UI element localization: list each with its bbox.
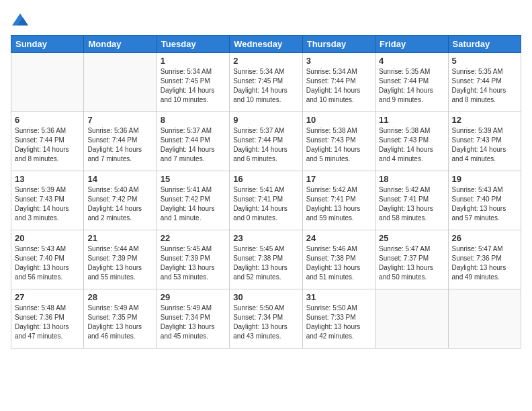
day-info: Sunrise: 5:46 AM Sunset: 7:38 PM Dayligh…: [306, 244, 371, 282]
day-number: 4: [379, 56, 444, 66]
day-number: 24: [306, 233, 371, 243]
day-number: 13: [15, 174, 80, 184]
day-number: 7: [87, 115, 152, 125]
day-number: 17: [306, 174, 371, 184]
week-row-1: 1Sunrise: 5:34 AM Sunset: 7:45 PM Daylig…: [11, 53, 521, 112]
day-number: 5: [452, 56, 517, 66]
day-cell: 28Sunrise: 5:49 AM Sunset: 7:35 PM Dayli…: [84, 289, 157, 349]
day-number: 28: [87, 292, 152, 302]
day-number: 2: [233, 56, 298, 66]
day-header-tuesday: Tuesday: [157, 36, 229, 53]
day-cell: 30Sunrise: 5:50 AM Sunset: 7:34 PM Dayli…: [230, 289, 302, 349]
day-info: Sunrise: 5:35 AM Sunset: 7:44 PM Dayligh…: [379, 67, 444, 105]
day-info: Sunrise: 5:38 AM Sunset: 7:43 PM Dayligh…: [379, 126, 444, 164]
day-number: 18: [379, 174, 444, 184]
day-number: 1: [161, 56, 226, 66]
day-header-thursday: Thursday: [302, 36, 375, 53]
day-info: Sunrise: 5:37 AM Sunset: 7:44 PM Dayligh…: [233, 126, 298, 164]
day-cell: [84, 53, 157, 112]
day-cell: 18Sunrise: 5:42 AM Sunset: 7:41 PM Dayli…: [375, 171, 448, 230]
day-number: 25: [379, 233, 444, 243]
day-cell: 9Sunrise: 5:37 AM Sunset: 7:44 PM Daylig…: [230, 112, 302, 171]
calendar-table: SundayMondayTuesdayWednesdayThursdayFrid…: [11, 35, 521, 349]
day-cell: [448, 289, 521, 349]
day-info: Sunrise: 5:50 AM Sunset: 7:34 PM Dayligh…: [233, 304, 298, 341]
day-info: Sunrise: 5:49 AM Sunset: 7:34 PM Dayligh…: [161, 304, 226, 341]
day-cell: 1Sunrise: 5:34 AM Sunset: 7:45 PM Daylig…: [157, 53, 229, 112]
day-cell: 23Sunrise: 5:45 AM Sunset: 7:38 PM Dayli…: [230, 230, 302, 289]
day-cell: 6Sunrise: 5:36 AM Sunset: 7:44 PM Daylig…: [11, 112, 84, 171]
week-row-4: 20Sunrise: 5:43 AM Sunset: 7:40 PM Dayli…: [11, 230, 521, 289]
page-header: [11, 11, 521, 30]
day-cell: 27Sunrise: 5:48 AM Sunset: 7:36 PM Dayli…: [11, 289, 84, 349]
day-cell: 12Sunrise: 5:39 AM Sunset: 7:43 PM Dayli…: [448, 112, 521, 171]
day-info: Sunrise: 5:34 AM Sunset: 7:44 PM Dayligh…: [306, 67, 371, 105]
day-cell: [11, 53, 84, 112]
day-header-monday: Monday: [84, 36, 157, 53]
day-cell: 20Sunrise: 5:43 AM Sunset: 7:40 PM Dayli…: [11, 230, 84, 289]
day-cell: 26Sunrise: 5:47 AM Sunset: 7:36 PM Dayli…: [448, 230, 521, 289]
day-info: Sunrise: 5:49 AM Sunset: 7:35 PM Dayligh…: [87, 304, 152, 341]
day-cell: 7Sunrise: 5:36 AM Sunset: 7:44 PM Daylig…: [84, 112, 157, 171]
day-number: 31: [306, 292, 371, 302]
day-number: 8: [161, 115, 226, 125]
day-info: Sunrise: 5:40 AM Sunset: 7:42 PM Dayligh…: [87, 185, 152, 223]
day-info: Sunrise: 5:42 AM Sunset: 7:41 PM Dayligh…: [306, 185, 371, 223]
week-row-3: 13Sunrise: 5:39 AM Sunset: 7:43 PM Dayli…: [11, 171, 521, 230]
day-number: 27: [15, 292, 80, 302]
day-number: 26: [452, 233, 517, 243]
day-cell: 11Sunrise: 5:38 AM Sunset: 7:43 PM Dayli…: [375, 112, 448, 171]
day-number: 12: [452, 115, 517, 125]
day-number: 11: [379, 115, 444, 125]
day-number: 22: [161, 233, 226, 243]
day-cell: 13Sunrise: 5:39 AM Sunset: 7:43 PM Dayli…: [11, 171, 84, 230]
day-number: 16: [233, 174, 298, 184]
day-cell: 17Sunrise: 5:42 AM Sunset: 7:41 PM Dayli…: [302, 171, 375, 230]
day-cell: 16Sunrise: 5:41 AM Sunset: 7:41 PM Dayli…: [230, 171, 302, 230]
logo: [11, 11, 32, 30]
logo-icon: [11, 11, 30, 30]
day-number: 21: [87, 233, 152, 243]
day-cell: 4Sunrise: 5:35 AM Sunset: 7:44 PM Daylig…: [375, 53, 448, 112]
day-number: 15: [161, 174, 226, 184]
day-number: 14: [87, 174, 152, 184]
day-header-saturday: Saturday: [448, 36, 521, 53]
day-info: Sunrise: 5:47 AM Sunset: 7:37 PM Dayligh…: [379, 244, 444, 282]
day-cell: 24Sunrise: 5:46 AM Sunset: 7:38 PM Dayli…: [302, 230, 375, 289]
day-cell: 2Sunrise: 5:34 AM Sunset: 7:45 PM Daylig…: [230, 53, 302, 112]
day-cell: 21Sunrise: 5:44 AM Sunset: 7:39 PM Dayli…: [84, 230, 157, 289]
day-number: 30: [233, 292, 298, 302]
day-cell: 29Sunrise: 5:49 AM Sunset: 7:34 PM Dayli…: [157, 289, 229, 349]
day-cell: 22Sunrise: 5:45 AM Sunset: 7:39 PM Dayli…: [157, 230, 229, 289]
day-number: 20: [15, 233, 80, 243]
day-info: Sunrise: 5:47 AM Sunset: 7:36 PM Dayligh…: [452, 244, 517, 282]
day-info: Sunrise: 5:50 AM Sunset: 7:33 PM Dayligh…: [306, 304, 371, 341]
day-header-friday: Friday: [375, 36, 448, 53]
day-header-sunday: Sunday: [11, 36, 84, 53]
day-cell: 25Sunrise: 5:47 AM Sunset: 7:37 PM Dayli…: [375, 230, 448, 289]
day-info: Sunrise: 5:34 AM Sunset: 7:45 PM Dayligh…: [233, 67, 298, 105]
day-info: Sunrise: 5:43 AM Sunset: 7:40 PM Dayligh…: [15, 244, 80, 282]
day-info: Sunrise: 5:37 AM Sunset: 7:44 PM Dayligh…: [161, 126, 226, 164]
day-cell: 19Sunrise: 5:43 AM Sunset: 7:40 PM Dayli…: [448, 171, 521, 230]
day-info: Sunrise: 5:48 AM Sunset: 7:36 PM Dayligh…: [15, 304, 80, 341]
day-number: 6: [15, 115, 80, 125]
day-number: 3: [306, 56, 371, 66]
day-info: Sunrise: 5:45 AM Sunset: 7:39 PM Dayligh…: [161, 244, 226, 282]
calendar-header-row: SundayMondayTuesdayWednesdayThursdayFrid…: [11, 36, 521, 53]
day-number: 29: [161, 292, 226, 302]
day-number: 9: [233, 115, 298, 125]
week-row-2: 6Sunrise: 5:36 AM Sunset: 7:44 PM Daylig…: [11, 112, 521, 171]
day-info: Sunrise: 5:41 AM Sunset: 7:42 PM Dayligh…: [161, 185, 226, 223]
day-info: Sunrise: 5:39 AM Sunset: 7:43 PM Dayligh…: [15, 185, 80, 223]
day-cell: 14Sunrise: 5:40 AM Sunset: 7:42 PM Dayli…: [84, 171, 157, 230]
day-info: Sunrise: 5:35 AM Sunset: 7:44 PM Dayligh…: [452, 67, 517, 105]
day-cell: 31Sunrise: 5:50 AM Sunset: 7:33 PM Dayli…: [302, 289, 375, 349]
day-info: Sunrise: 5:43 AM Sunset: 7:40 PM Dayligh…: [452, 185, 517, 223]
day-cell: 5Sunrise: 5:35 AM Sunset: 7:44 PM Daylig…: [448, 53, 521, 112]
day-info: Sunrise: 5:38 AM Sunset: 7:43 PM Dayligh…: [306, 126, 371, 164]
day-info: Sunrise: 5:36 AM Sunset: 7:44 PM Dayligh…: [15, 126, 80, 164]
day-info: Sunrise: 5:36 AM Sunset: 7:44 PM Dayligh…: [87, 126, 152, 164]
day-info: Sunrise: 5:39 AM Sunset: 7:43 PM Dayligh…: [452, 126, 517, 164]
day-info: Sunrise: 5:42 AM Sunset: 7:41 PM Dayligh…: [379, 185, 444, 223]
